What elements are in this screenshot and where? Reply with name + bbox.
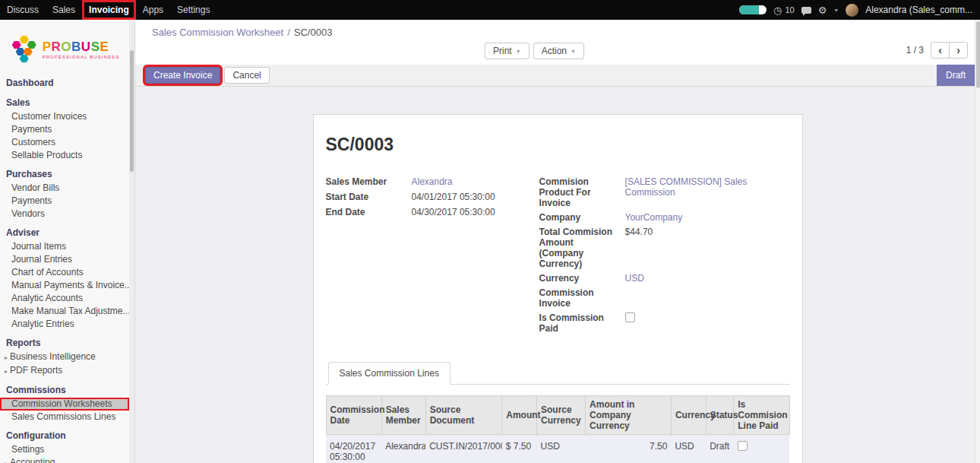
- field-value-currency[interactable]: USD: [625, 273, 790, 284]
- field-value-end-date: 04/30/2017 05:30:00: [412, 207, 539, 217]
- column-header-currency[interactable]: Currency: [671, 396, 706, 435]
- logo-hex-icon: [20, 55, 29, 62]
- sidebar-item-commission-worksheets[interactable]: Commission Worksheets: [0, 398, 129, 411]
- sidebar-scrollbar[interactable]: [129, 20, 134, 463]
- print-button[interactable]: Print ▼: [485, 43, 530, 59]
- tab-sales-commission-lines[interactable]: Sales Commission Lines: [328, 362, 450, 385]
- table-row[interactable]: 04/20/2017 05:30:00AlexandraCUST.IN/2017…: [326, 435, 789, 463]
- nav-item-invoicing[interactable]: Invoicing: [82, 0, 136, 20]
- sidebar-item-customer-invoices[interactable]: Customer Invoices: [0, 110, 129, 123]
- line-paid-checkbox[interactable]: [738, 441, 748, 451]
- sidebar-item-manual-payments-invoice[interactable]: Manual Payments & Invoice...: [0, 279, 129, 292]
- field-label-commision-product-for-invoice: Commision Product For Invoice: [539, 176, 625, 208]
- field-currency: CurrencyUSD: [539, 273, 790, 284]
- user-avatar[interactable]: [846, 4, 858, 17]
- menu-section-configuration: ConfigurationSettings▸Accounting▸Managem…: [0, 429, 129, 463]
- column-header-source-currency[interactable]: Source Currency: [537, 396, 586, 435]
- control-panel-buttons: Print ▼ Action ▼: [485, 43, 584, 59]
- column-header-is-commision-line-paid[interactable]: Is Commision Line Paid: [734, 396, 789, 435]
- sidebar-item-journal-items[interactable]: Journal Items: [0, 240, 129, 253]
- sidebar-item-journal-entries[interactable]: Journal Entries: [0, 253, 129, 266]
- top-navbar: DiscussSalesInvoicingAppsSettings ◷ 10 ⚙…: [0, 0, 980, 20]
- field-start-date: Start Date04/01/2017 05:30:00: [326, 192, 539, 202]
- caret-down-icon: ▼: [571, 49, 576, 54]
- sidebar-item-chart-of-accounts[interactable]: Chart of Accounts: [0, 266, 129, 279]
- pager-next-button[interactable]: ›: [949, 42, 968, 59]
- logo-letter: O: [61, 40, 71, 54]
- nav-item-apps[interactable]: Apps: [136, 0, 170, 20]
- field-value-sales-member[interactable]: Alexandra: [412, 176, 539, 187]
- menu-header-sales[interactable]: Sales: [0, 96, 129, 110]
- window-scrollbar[interactable]: [975, 20, 980, 463]
- commission-lines-table: Commission DateSales MemberSource Docume…: [326, 395, 790, 463]
- sidebar-scrollbar-thumb[interactable]: [130, 50, 134, 172]
- cell-amount: $ 7.50: [502, 435, 537, 463]
- breadcrumb-parent-link[interactable]: Sales Commission Worksheet: [152, 27, 283, 38]
- sidebar-item-analytic-entries[interactable]: Analytic Entries: [0, 318, 129, 331]
- main-content: Sales Commission Worksheet/SC/0003 Print…: [135, 20, 980, 463]
- gear-icon[interactable]: ⚙: [818, 5, 827, 15]
- status-badge[interactable]: Draft: [937, 65, 975, 86]
- expand-arrow-icon[interactable]: ▸: [5, 354, 8, 361]
- logo-letter: E: [100, 40, 109, 54]
- column-header-sales-member[interactable]: Sales Member: [381, 396, 425, 435]
- field-value-commision-product-for-invoice[interactable]: [SALES COMMISSION] Sales Commission: [625, 176, 790, 208]
- column-header-amount[interactable]: Amount: [502, 396, 537, 435]
- field-company: CompanyYourCompany: [539, 212, 790, 223]
- column-header-status[interactable]: Status: [706, 396, 734, 435]
- window-scrollbar-thumb[interactable]: [976, 21, 980, 88]
- column-header-source-document[interactable]: Source Document: [425, 396, 502, 435]
- menu-section-commissions: CommissionsCommission WorksheetsSales Co…: [0, 383, 129, 423]
- nav-item-discuss[interactable]: Discuss: [0, 0, 46, 20]
- menu-section-reports: Reports▸Business Intelligence▸PDF Report…: [0, 336, 129, 378]
- cell-source-currency: USD: [537, 435, 586, 463]
- logo-tagline: PROFESSIONAL BUSINESS: [43, 55, 120, 59]
- column-header-commission-date[interactable]: Commission Date: [326, 396, 381, 435]
- sidebar-item-business-intelligence[interactable]: ▸Business Intelligence: [0, 350, 129, 364]
- field-label-company: Company: [539, 212, 625, 223]
- nav-item-sales[interactable]: Sales: [46, 0, 82, 20]
- sidebar-item-pdf-reports[interactable]: ▸PDF Reports: [0, 364, 129, 378]
- sidebar-item-make-manual-tax-adjustme[interactable]: Make Manual Tax Adjustme...: [0, 305, 129, 318]
- sidebar-item-settings[interactable]: Settings: [0, 443, 129, 456]
- menu-header-adviser[interactable]: Adviser: [0, 226, 129, 240]
- sidebar-item-analytic-accounts[interactable]: Analytic Accounts: [0, 292, 129, 305]
- menu-header-reports[interactable]: Reports: [0, 336, 129, 350]
- checkbox-is-commission-paid[interactable]: [625, 312, 635, 322]
- pager-previous-button[interactable]: ‹: [931, 42, 950, 59]
- field-label-sales-member: Sales Member: [326, 176, 412, 187]
- cancel-button[interactable]: Cancel: [224, 67, 269, 84]
- sidebar-item-payments[interactable]: Payments: [0, 195, 129, 208]
- sidebar-item-payments[interactable]: Payments: [0, 123, 129, 136]
- expand-arrow-icon[interactable]: ▸: [5, 460, 8, 463]
- messages-icon[interactable]: [801, 7, 811, 14]
- sidebar-item-vendors[interactable]: Vendors: [0, 208, 129, 220]
- clock-icon[interactable]: ◷: [773, 5, 782, 15]
- create-invoice-button[interactable]: Create Invoice: [145, 67, 220, 84]
- breadcrumb: Sales Commission Worksheet/SC/0003: [152, 27, 332, 38]
- planner-progress-indicator[interactable]: [739, 5, 767, 14]
- sidebar-item-vendor-bills[interactable]: Vendor Bills: [0, 182, 129, 195]
- logo-letter: R: [52, 40, 62, 54]
- sidebar-item-customers[interactable]: Customers: [0, 136, 129, 149]
- sidebar-item-sellable-products[interactable]: Sellable Products: [0, 149, 129, 162]
- nav-item-settings[interactable]: Settings: [170, 0, 217, 20]
- logo-letter: U: [81, 40, 91, 54]
- expand-arrow-icon[interactable]: ▸: [5, 368, 8, 375]
- menu-header-dashboard[interactable]: Dashboard: [0, 76, 129, 90]
- field-groups: Sales MemberAlexandraStart Date04/01/201…: [326, 176, 790, 338]
- user-menu[interactable]: Alexandra (Sales_comm...: [865, 5, 972, 15]
- cell-source-document: CUST.IN/2017/0001: [425, 435, 502, 463]
- sidebar-item-sales-commissions-lines[interactable]: Sales Commissions Lines: [0, 411, 129, 423]
- menu-header-purchases[interactable]: Purchases: [0, 167, 129, 182]
- table-header-row: Commission DateSales MemberSource Docume…: [326, 396, 789, 435]
- chevron-down-icon: ▼: [833, 8, 839, 13]
- menu-header-configuration[interactable]: Configuration: [0, 429, 129, 443]
- field-value-company[interactable]: YourCompany: [625, 212, 790, 223]
- menu-header-commissions[interactable]: Commissions: [0, 383, 129, 398]
- action-button[interactable]: Action ▼: [533, 43, 584, 59]
- column-header-amount-in-company-currency[interactable]: Amount in Company Currency: [586, 396, 672, 435]
- record-title: SC/0003: [326, 135, 790, 155]
- navbar-menu: DiscussSalesInvoicingAppsSettings: [0, 0, 217, 20]
- sidebar-item-accounting[interactable]: ▸Accounting: [0, 456, 129, 463]
